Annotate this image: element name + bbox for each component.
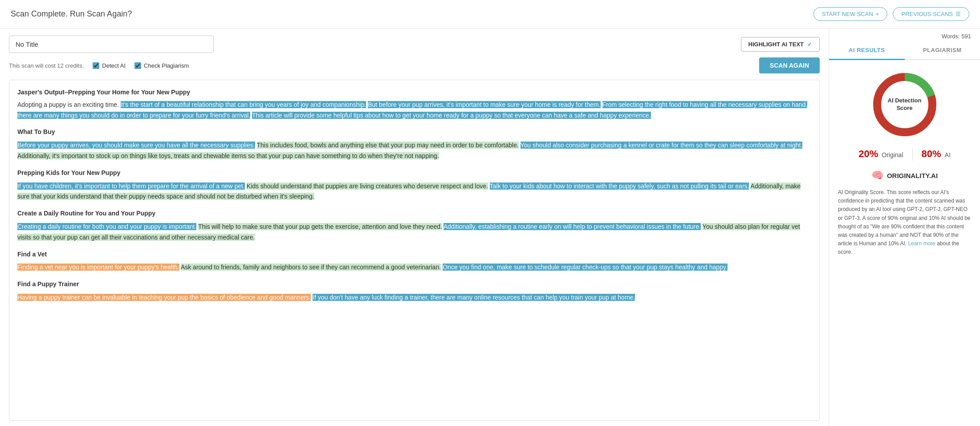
ai-pct: 80%: [922, 148, 941, 160]
original-pct: 20%: [858, 148, 878, 160]
score-row: 20% Original 80% AI: [838, 147, 971, 161]
ai-text-span: This article will provide some helpful t…: [252, 112, 651, 119]
brain-icon: 🧠: [871, 170, 883, 181]
right-content: AI Detection Score 20% Original 80% AI: [829, 60, 980, 426]
intro-paragraph: Adopting a puppy is an exciting time. It…: [17, 100, 811, 121]
section-heading-1: What To Buy: [17, 127, 811, 138]
detect-ai-checkbox[interactable]: [93, 62, 99, 69]
ai-text-span: But before your pup arrives, it's import…: [368, 101, 600, 108]
cost-text: This scan will cost 12 credits.: [9, 62, 84, 69]
section-heading-3: Create a Daily Routine for You and Your …: [17, 208, 811, 219]
donut-svg: [869, 69, 940, 140]
title-row: HIGHLIGHT AI TEXT ✓: [9, 36, 820, 53]
orange-text-span: Finding a vet near you is important for …: [17, 264, 179, 271]
human-text-span: This includes food, bowls and anything e…: [257, 142, 519, 149]
controls-row: This scan will cost 12 credits. Detect A…: [9, 57, 820, 73]
page-title: Scan Complete. Run Scan Again?: [11, 9, 132, 19]
orange-text-span: Having a puppy trainer can be invaluable…: [17, 294, 311, 301]
ai-text-span: Talk to your kids about how to interact …: [490, 183, 749, 190]
human-text-span: Kids should understand that puppies are …: [247, 183, 488, 190]
section-heading-5: Find a Puppy Trainer: [17, 279, 811, 290]
human-text-span: Ask around to friends, family and neighb…: [181, 264, 441, 271]
section-heading-2: Prepping Kids for Your New Puppy: [17, 168, 811, 179]
ai-text-span: Once you find one, make sure to schedule…: [443, 264, 727, 271]
top-bar: Scan Complete. Run Scan Again? START NEW…: [0, 0, 980, 28]
content-area[interactable]: Jasper's Output–Prepping Your Home for Y…: [9, 80, 820, 421]
left-panel: HIGHLIGHT AI TEXT ✓ This scan will cost …: [0, 28, 829, 426]
article-title: Jasper's Output–Prepping Your Home for Y…: [17, 87, 811, 98]
originality-logo: 🧠 ORIGINALITY.AI: [838, 170, 971, 181]
original-label: Original: [882, 151, 903, 158]
ai-text-span: Before your puppy arrives, you should ma…: [17, 142, 255, 149]
ai-text-span: Additionally, establishing a routine ear…: [443, 223, 701, 230]
tabs-row: AI RESULTS PLAGIARISM: [829, 41, 980, 60]
tab-ai-results[interactable]: AI RESULTS: [829, 41, 905, 60]
start-new-scan-button[interactable]: START NEW SCAN +: [813, 7, 887, 21]
para4: Creating a daily routine for both you an…: [17, 222, 811, 243]
check-plagiarism-checkbox[interactable]: [134, 62, 141, 69]
ai-text-span: If you have children, it's important to …: [17, 183, 245, 190]
score-divider: [912, 147, 913, 161]
original-score: 20% Original: [858, 148, 903, 160]
donut-chart: AI Detection Score: [869, 69, 940, 140]
para2: Before your puppy arrives, you should ma…: [17, 140, 811, 162]
section-heading-4: Find a Vet: [17, 249, 811, 260]
ai-text-span: If you don't have any luck finding a tra…: [313, 294, 635, 301]
para3: If you have children, it's important to …: [17, 181, 811, 203]
para6: Having a puppy trainer can be invaluable…: [17, 292, 811, 303]
human-text-span: Additionally, it's important to stock up…: [17, 152, 439, 159]
ai-score: 80% AI: [922, 148, 951, 160]
main-layout: HIGHLIGHT AI TEXT ✓ This scan will cost …: [0, 28, 980, 426]
previous-scans-button[interactable]: PREVIOUS SCANS ☰: [893, 7, 969, 21]
highlight-ai-text-button[interactable]: HIGHLIGHT AI TEXT ✓: [741, 37, 820, 52]
detect-ai-checkbox-label[interactable]: Detect AI: [93, 62, 126, 69]
ai-text-span: It's the start of a beautiful relationsh…: [121, 101, 366, 108]
logo-text: ORIGINALITY.AI: [887, 172, 938, 179]
ai-text-span: You should also consider purchasing a ke…: [520, 142, 803, 149]
document-title-input[interactable]: [9, 36, 214, 53]
learn-more-link[interactable]: Learn more: [908, 240, 935, 247]
controls-left: This scan will cost 12 credits. Detect A…: [9, 62, 750, 69]
ai-label: AI: [945, 151, 951, 158]
right-panel: Words: 591 AI RESULTS PLAGIARISM AI Dete…: [829, 28, 980, 426]
tab-plagiarism[interactable]: PLAGIARISM: [905, 41, 980, 59]
top-bar-actions: START NEW SCAN + PREVIOUS SCANS ☰: [813, 7, 969, 21]
ai-text-span: Creating a daily routine for both you an…: [17, 223, 196, 230]
check-icon: ✓: [807, 41, 812, 48]
score-description: AI Originality Score. This score reflect…: [838, 188, 971, 257]
donut-chart-container: AI Detection Score: [838, 69, 971, 140]
menu-icon: ☰: [956, 11, 961, 17]
scan-again-button[interactable]: SCAN AGAIN: [759, 57, 820, 73]
plus-icon: +: [876, 11, 879, 17]
para5: Finding a vet near you is important for …: [17, 262, 811, 273]
human-text-span: This will help to make sure that your pu…: [198, 223, 442, 230]
check-plagiarism-checkbox-label[interactable]: Check Plagiarism: [134, 62, 189, 69]
words-count: Words: 591: [829, 28, 980, 41]
